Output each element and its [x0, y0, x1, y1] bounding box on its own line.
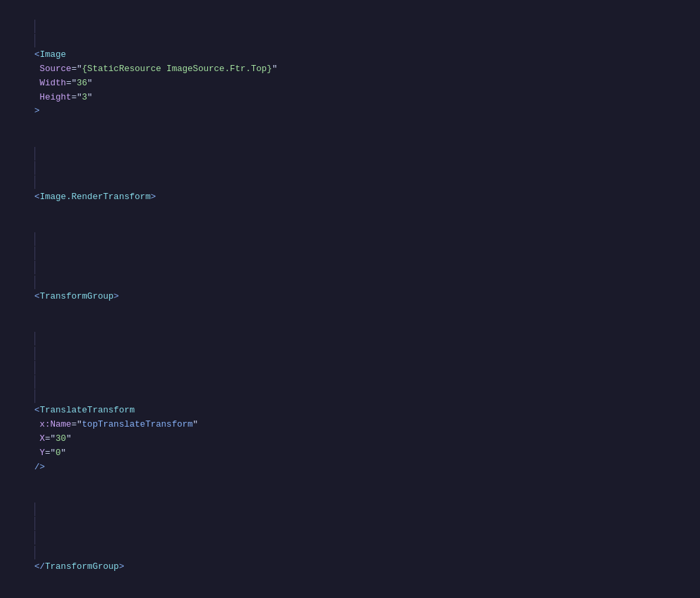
code-line: <Image.RenderTransform>	[0, 133, 700, 218]
code-line: <Image Source="{StaticResource ImageSour…	[0, 5, 700, 133]
code-editor: <Image Source="{StaticResource ImageSour…	[0, 0, 700, 598]
code-line: </Image.RenderTransform>	[0, 589, 700, 598]
code-line: <TransformGroup>	[0, 218, 700, 318]
code-line: </TransformGroup>	[0, 488, 700, 588]
code-line: <TranslateTransform x:Name="topTranslate…	[0, 318, 700, 488]
